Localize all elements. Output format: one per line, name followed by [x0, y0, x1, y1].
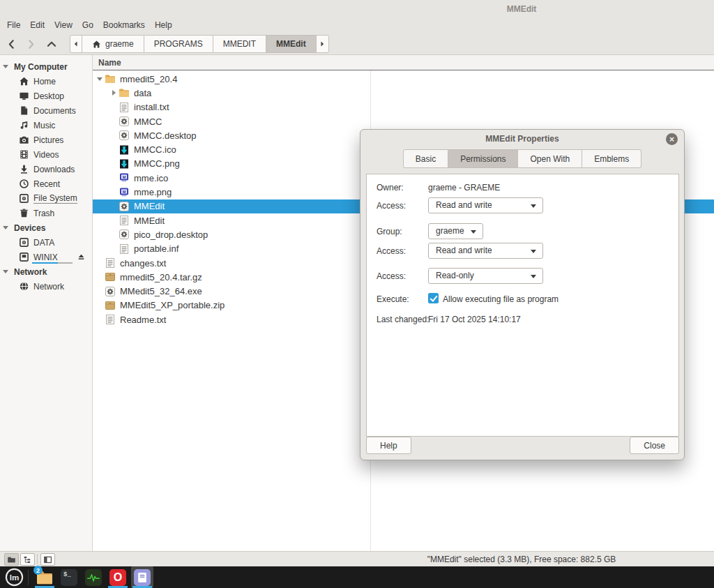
list-item[interactable]: mmedit5_20.4	[93, 72, 714, 86]
sidebar-item-recent[interactable]: Recent	[0, 176, 92, 191]
list-item[interactable]: data	[93, 86, 714, 100]
expander-down-icon	[3, 65, 8, 68]
sidebar-item-label: Home	[33, 77, 56, 86]
camera-icon	[19, 135, 29, 145]
expander-closed-icon[interactable]	[109, 90, 119, 96]
clock-icon	[19, 179, 29, 189]
taskbar-item-opera[interactable]: O	[107, 566, 129, 588]
taskbar-item-text-editor[interactable]	[131, 566, 153, 588]
file-name: changes.txt	[120, 258, 167, 269]
text-editor-icon	[135, 571, 149, 585]
sidebar-section-devices[interactable]: Devices	[0, 220, 92, 235]
back-button[interactable]	[3, 36, 20, 52]
tab-basic[interactable]: Basic	[403, 149, 448, 168]
breadcrumb-label: MMEdit	[276, 39, 306, 49]
breadcrumb-mmedit[interactable]: MMEDIT	[213, 36, 266, 52]
column-header-name[interactable]: Name	[93, 55, 714, 70]
taskbar-item-terminal[interactable]: $_	[58, 566, 80, 588]
side-pane-places-button[interactable]	[4, 553, 19, 566]
toggle-side-pane-button[interactable]	[40, 553, 55, 566]
menu-button[interactable]: lm	[0, 566, 28, 588]
menu-file[interactable]: File	[2, 18, 25, 32]
globe-icon	[19, 281, 29, 292]
path-scroll-left-button[interactable]	[70, 36, 82, 52]
group-dropdown[interactable]: graeme	[428, 223, 483, 239]
sidebar-item-pictures[interactable]: Pictures	[0, 133, 92, 147]
menu-edit[interactable]: Edit	[25, 18, 50, 32]
sidebar-item-label: Music	[33, 121, 55, 130]
menu-go[interactable]: Go	[77, 18, 98, 32]
breadcrumb-programs[interactable]: PROGRAMS	[144, 36, 213, 52]
text-icon	[119, 243, 130, 255]
sidebar-item-music[interactable]: Music	[0, 118, 92, 133]
toolbar: graemePROGRAMSMMEDITMMEdit	[0, 33, 714, 55]
owner-access-dropdown[interactable]: Read and write	[428, 197, 543, 213]
menubar: FileEditViewGoBookmarksHelp	[0, 17, 714, 33]
tab-open-with[interactable]: Open With	[518, 149, 582, 168]
tab-emblems[interactable]: Emblems	[582, 149, 641, 168]
breadcrumb-graeme[interactable]: graeme	[82, 36, 144, 52]
properties-dialog: MMEdit Properties × BasicPermissionsOpen…	[360, 129, 685, 460]
sidebar-item-home[interactable]: Home	[0, 74, 92, 89]
statusbar-separator	[37, 554, 38, 564]
others-access-dropdown[interactable]: Read-only	[428, 268, 543, 284]
expander-open-icon[interactable]	[95, 77, 105, 81]
sidebar-item-file-system[interactable]: File System	[0, 191, 92, 206]
section-label: Devices	[14, 223, 45, 233]
expander-down-icon	[3, 270, 8, 273]
file-name: MMedit5_32_64.exe	[120, 286, 202, 296]
list-item[interactable]: MMCC	[93, 114, 714, 128]
disk-usage-bar	[32, 262, 73, 264]
exec-icon	[119, 130, 130, 141]
sidebar-item-winix[interactable]: WINIX	[0, 250, 92, 264]
up-button[interactable]	[43, 36, 60, 52]
file-name: portable.inf	[134, 243, 178, 254]
sidebar-item-network[interactable]: Network	[0, 279, 92, 294]
tab-permissions[interactable]: Permissions	[448, 149, 518, 168]
path-scroll-right-button[interactable]	[317, 36, 328, 52]
file-name: MMEdit	[134, 201, 165, 211]
file-name: MMCC.ico	[134, 144, 176, 155]
group-access-label: Access:	[377, 246, 406, 256]
trash-icon	[19, 208, 29, 218]
file-name: mmedit5_20.4	[120, 74, 177, 84]
sidebar-item-trash[interactable]: Trash	[0, 206, 92, 220]
status-text: "MMEdit" selected (3.3 MB), Free space: …	[427, 555, 616, 564]
menu-bookmarks[interactable]: Bookmarks	[98, 18, 150, 32]
triangle-left-icon	[73, 40, 79, 47]
forward-button[interactable]	[22, 36, 39, 52]
taskbar-item-files[interactable]: 2	[33, 566, 56, 588]
list-item[interactable]: install.txt	[93, 100, 714, 114]
sidebar-item-documents[interactable]: Documents	[0, 103, 92, 118]
triangle-right-icon	[112, 90, 116, 96]
breadcrumb-mmedit[interactable]: MMEdit	[266, 36, 317, 52]
disk-icon	[19, 237, 29, 248]
menu-view[interactable]: View	[50, 18, 77, 32]
sidebar-section-my-computer[interactable]: My Computer	[0, 59, 92, 74]
sidebar-item-label: Pictures	[33, 135, 63, 145]
execute-checkbox[interactable]	[428, 293, 439, 303]
execute-checkbox-label: Allow executing file as program	[443, 294, 559, 304]
sidebar-section-network[interactable]: Network	[0, 264, 92, 279]
sidebar-item-downloads[interactable]: Downloads	[0, 162, 92, 176]
folder-icon	[7, 555, 16, 564]
breadcrumb-label: graeme	[105, 39, 134, 49]
sidebar-item-desktop[interactable]: Desktop	[0, 89, 92, 103]
text-icon	[119, 102, 130, 113]
eject-icon[interactable]	[77, 252, 86, 262]
menu-help[interactable]: Help	[150, 18, 177, 32]
taskbar-item-system-monitor[interactable]	[82, 566, 105, 588]
group-access-dropdown[interactable]: Read and write	[428, 243, 543, 259]
system-monitor-icon	[85, 569, 102, 586]
sidebar-item-videos[interactable]: Videos	[0, 147, 92, 162]
execute-label: Execute:	[377, 294, 409, 304]
side-pane-tree-button[interactable]	[20, 553, 35, 566]
help-button[interactable]: Help	[366, 437, 411, 454]
sidebar-item-data[interactable]: DATA	[0, 235, 92, 250]
svg-text:lm: lm	[9, 573, 19, 582]
owner-label: Owner:	[377, 183, 404, 193]
file-name: install.txt	[134, 102, 169, 112]
close-icon[interactable]: ×	[666, 133, 678, 145]
folder-icon	[105, 73, 116, 84]
close-button[interactable]: Close	[630, 437, 679, 454]
